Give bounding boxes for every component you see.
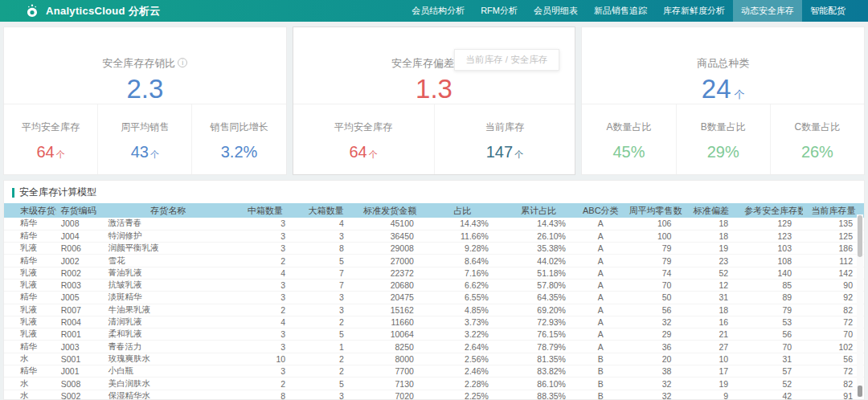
table-cell: 70 xyxy=(624,279,683,291)
metric-label: C数量占比 xyxy=(771,120,864,134)
table-cell: 15162 xyxy=(355,304,425,316)
table-cell: 乳液 xyxy=(4,279,56,291)
table-cell: 2 xyxy=(233,304,297,316)
table-cell: 102 xyxy=(803,341,864,353)
table-row: 精华J001小白瓶3277002.46%83.82%B38175772 xyxy=(4,365,864,378)
metric-label: B数量占比 xyxy=(677,120,770,134)
table-cell: 2 xyxy=(297,353,355,365)
table-cell: 4 xyxy=(297,218,355,230)
table-cell: 1 xyxy=(297,341,355,353)
metric-avg-safety-stock: 平均安全库存64个 xyxy=(4,104,97,174)
table-cell: R003 xyxy=(56,279,104,291)
table-cell: 50 xyxy=(624,292,683,304)
table-cell: 水 xyxy=(4,390,56,400)
formula-tooltip: 当前库存 / 安全库存 xyxy=(454,49,560,71)
metric-weekly-avg-sales: 周平均销售43个 xyxy=(97,104,191,174)
table-cell: 53 xyxy=(739,316,803,328)
table-row: 乳液R001柔和乳液35100643.22%76.15%A29215670 xyxy=(4,329,864,341)
table-header-cell: ABC分类 xyxy=(577,203,624,218)
nav-item-rfm-analysis[interactable]: RFM分析 xyxy=(473,0,526,22)
table-cell: B xyxy=(577,353,624,365)
table-cell: A xyxy=(577,292,624,304)
table-cell: 3 xyxy=(233,329,297,341)
table-cell: 27 xyxy=(682,341,739,353)
table-cell: 91 xyxy=(803,390,864,400)
metric-value-unit: 个 xyxy=(514,149,523,159)
nav-item-member-structure[interactable]: 会员结构分析 xyxy=(403,0,473,22)
table-scrollbar[interactable] xyxy=(857,214,863,398)
table-cell: 3.22% xyxy=(425,329,500,341)
scrollbar-end-thumb[interactable] xyxy=(858,386,862,397)
metric-value-unit: 个 xyxy=(56,149,65,159)
table-cell: 83.82% xyxy=(500,365,577,378)
nav-item-dynamic-safety-stock[interactable]: 动态安全库存 xyxy=(733,0,802,22)
table-cell: 72.93% xyxy=(500,316,577,328)
table-cell: A xyxy=(577,329,624,341)
nav-item-freshness-analysis[interactable]: 库存新鲜度分析 xyxy=(655,0,733,22)
table-cell: 36450 xyxy=(355,230,425,242)
table-cell: 23 xyxy=(682,255,739,267)
table-cell: 5 xyxy=(297,378,355,390)
metric-value-number: 3.2% xyxy=(221,143,258,161)
nav-item-member-detail[interactable]: 会员明细表 xyxy=(526,0,586,22)
table-row: 水S001玫瑰爽肤水10280002.56%81.35%B20103156 xyxy=(4,353,864,365)
table-cell: 牛油果乳液 xyxy=(103,304,233,316)
card-value-number: 24 xyxy=(702,74,731,104)
card-metrics: A数量占比45%B数量占比29%C数量占比26% xyxy=(582,104,864,174)
metric-value-number: 147 xyxy=(486,143,513,161)
table-cell: 32 xyxy=(624,316,683,328)
table-cell: 70 xyxy=(739,341,803,353)
table-cell: A xyxy=(577,243,624,255)
table-cell: 乳液 xyxy=(4,329,56,341)
table-cell: 81.35% xyxy=(500,353,577,365)
table-cell: 72 xyxy=(803,316,864,328)
nav-item-smart-allocation[interactable]: 智能配货 xyxy=(802,0,854,22)
metric-value-number: 64 xyxy=(349,143,366,161)
table-cell: 14.43% xyxy=(500,218,577,230)
table-cell: 7700 xyxy=(355,365,425,378)
table-cell: 86.10% xyxy=(500,378,577,390)
table-cell: 82 xyxy=(803,378,864,390)
table-header-cell: 存货名称 xyxy=(103,203,233,218)
table-cell: J003 xyxy=(56,341,104,353)
cloud-logo-icon xyxy=(24,3,40,19)
table-cell: 3 xyxy=(297,390,355,400)
table-cell: B xyxy=(577,365,624,378)
metric-current-stock: 当前库存147个 xyxy=(434,104,575,174)
table-cell: 69.20% xyxy=(500,304,577,316)
metric-value: 147个 xyxy=(435,143,575,161)
table-cell: 保湿精华水 xyxy=(103,390,233,400)
table-cell: 4 xyxy=(233,267,297,279)
table-cell: 3 xyxy=(233,341,297,353)
table-cell: 乳液 xyxy=(4,243,56,255)
card-metrics: 平均安全库存64个当前库存147个 xyxy=(293,104,575,174)
card-value-number: 1.3 xyxy=(416,74,452,104)
table-cell: 3 xyxy=(233,218,297,230)
table-cell: 8250 xyxy=(355,341,425,353)
table-row: 水S008美白润肤水2571302.28%86.10%B32195282 xyxy=(4,378,864,390)
table-row: 乳液R003抗皱乳液37206806.62%57.80%A70128590 xyxy=(4,279,864,291)
table-row: 精华J002雪花25270008.64%44.02%A7923108112 xyxy=(4,255,864,267)
table-cell: 3 xyxy=(233,230,297,242)
table-cell: 精华 xyxy=(4,255,56,267)
metric-label: 平均安全库存 xyxy=(293,120,434,134)
metric-value-number: 29% xyxy=(707,143,739,161)
scrollbar-thumb[interactable] xyxy=(858,215,862,257)
table-cell: 乳液 xyxy=(4,316,56,328)
nav-item-new-product-tracking[interactable]: 新品销售追踪 xyxy=(586,0,655,22)
metric-sales-yoy-growth: 销售同比增长3.2% xyxy=(191,104,285,174)
table-cell: 103 xyxy=(739,243,803,255)
table-header-cell: 大箱数量 xyxy=(297,203,355,218)
kpi-card-top: 安全库存偏差度i1.3当前库存 / 安全库存 xyxy=(293,27,575,104)
table-cell: 青春活力 xyxy=(103,341,233,353)
table-cell: A xyxy=(577,218,624,230)
table-cell: 抗皱乳液 xyxy=(103,279,233,291)
card-value: 1.3 xyxy=(293,74,575,104)
table-cell: A xyxy=(577,267,624,279)
metric-value: 64个 xyxy=(4,143,97,161)
info-icon[interactable]: i xyxy=(178,58,187,67)
table-cell: 乳液 xyxy=(4,304,56,316)
card-title: 商品总种类 xyxy=(582,56,864,71)
card-title-text: 商品总种类 xyxy=(697,57,749,69)
table-cell: R006 xyxy=(56,243,104,255)
